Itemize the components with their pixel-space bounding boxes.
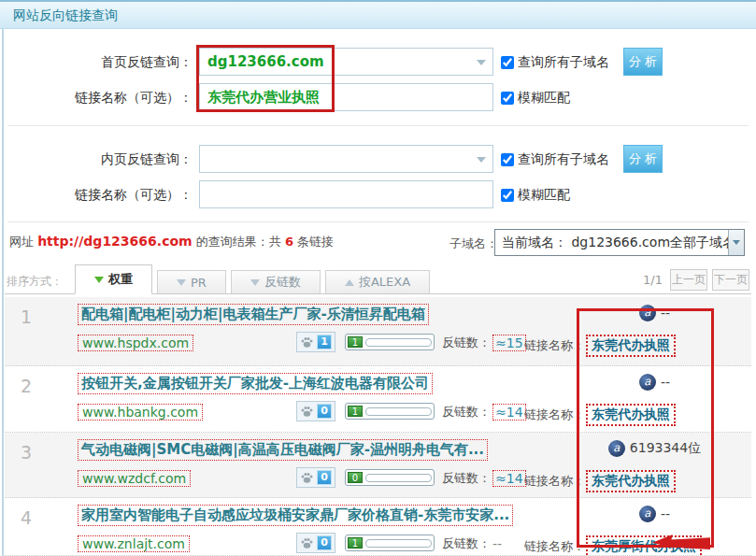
chevron-down-icon[interactable] xyxy=(477,60,486,65)
result-summary-middle: 的查询结果：共 xyxy=(193,235,285,249)
home-backlink-query-value: dg123666.com xyxy=(200,49,492,75)
backlink-count: 反链数： ≈14 xyxy=(442,470,526,487)
row-index: 4 xyxy=(21,507,32,528)
sort-tab-alexa[interactable]: 按ALEXA xyxy=(325,270,430,294)
alexa-rank: a -- xyxy=(592,506,718,522)
prev-page-button[interactable]: 上一页 xyxy=(670,269,707,291)
pr-value-chip: 1 xyxy=(348,406,363,417)
subdomain-selected-value: 当前域名： dg123666.com全部子域名 xyxy=(502,235,735,249)
row-metrics: 0 1 xyxy=(296,533,435,553)
subdomain-select[interactable]: 当前域名： dg123666.com全部子域名 xyxy=(494,229,745,256)
link-name-value: 东莞代办执照 xyxy=(586,404,676,426)
next-page-button[interactable]: 下一页 xyxy=(712,269,749,291)
chevron-down-icon[interactable] xyxy=(477,157,486,163)
backlink-count-value: ≈14 xyxy=(492,470,526,487)
link-name: 链接名称： 东莞代办执照 xyxy=(524,470,676,492)
backlink-count-value: -- xyxy=(492,536,502,551)
subdomain-checkbox-2-label: 查询所有子域名 xyxy=(518,151,609,168)
home-backlink-query-combobox[interactable]: dg123666.com xyxy=(199,48,493,76)
result-title-link[interactable]: 按钮开关,金属按钮开关厂家批发-上海红波电器有限公司 xyxy=(78,373,433,394)
paw-icon xyxy=(300,335,314,349)
backlink-count-label: 反链数： xyxy=(442,404,491,421)
fuzzy-checkbox-1-label: 模糊匹配 xyxy=(518,90,570,107)
result-url-link[interactable]: www.znlajt.com xyxy=(78,535,190,552)
alexa-icon: a xyxy=(639,374,656,391)
result-url-link[interactable]: www.wzdcf.com xyxy=(78,470,191,487)
sort-tabs: 权重 PR 反链数 按ALEXA xyxy=(75,264,435,294)
table-row: 4 家用室内智能电子自动感应垃圾桶安家鼎厂家价格直销-东莞市安家... www.… xyxy=(5,498,751,556)
subdomain-checkbox-1-input[interactable] xyxy=(501,56,514,69)
link-name-label: 链接名称： xyxy=(524,337,585,354)
sort-tab-pr[interactable]: PR xyxy=(157,270,226,294)
fuzzy-checkbox-2-input[interactable] xyxy=(501,189,514,202)
result-title-link[interactable]: 家用室内智能电子自动感应垃圾桶安家鼎厂家价格直销-东莞市安家... xyxy=(78,505,513,526)
left-border-line xyxy=(2,29,4,556)
inner-backlink-query-label: 内页反链查询： xyxy=(6,151,193,168)
section-divider xyxy=(7,125,749,126)
fuzzy-checkbox-1-input[interactable] xyxy=(501,92,514,105)
link-name-input-1[interactable]: 东莞代办营业执照 xyxy=(199,83,493,111)
alexa-icon: a xyxy=(608,440,625,457)
fuzzy-checkbox-1[interactable]: 模糊匹配 xyxy=(501,90,570,107)
fuzzy-checkbox-2-label: 模糊匹配 xyxy=(518,187,570,204)
alexa-rank: a 6193344位 xyxy=(592,440,718,457)
link-name-value: 东莞代办执照 xyxy=(586,470,676,492)
backlink-count: 反链数： ≈15 xyxy=(442,335,526,351)
link-name: 链接名称： 东莞厚街代办执照 xyxy=(524,535,702,556)
chevron-down-icon[interactable] xyxy=(728,230,744,255)
link-name-label: 链接名称： xyxy=(524,473,585,490)
row-metrics: 0 1 xyxy=(296,401,435,421)
arrow-up-icon xyxy=(345,279,354,286)
table-row: 1 配电箱|配电柜|动力柜|电表箱生产厂家-乐清恒昇配电箱 www.hspdx.… xyxy=(5,297,751,366)
subdomain-checkbox-1[interactable]: 查询所有子域名 xyxy=(501,54,609,71)
analyze-button-1[interactable]: 分 析 xyxy=(623,48,663,76)
sort-bar: 排序方式： 权重 PR 反链数 按ALEXA 1/1 上一页 下一页 xyxy=(5,264,751,294)
baidu-weight-badge: 0 xyxy=(317,470,332,485)
alexa-icon: a xyxy=(639,506,656,522)
backlink-count: 反链数： ≈14 xyxy=(442,404,526,421)
pr-groove xyxy=(365,338,432,347)
baidu-weight-indicator: 0 xyxy=(296,401,335,421)
alexa-rank-value: -- xyxy=(661,306,670,321)
pr-groove xyxy=(365,539,432,548)
analyze-button-2[interactable]: 分 析 xyxy=(623,145,663,173)
sort-label: 排序方式： xyxy=(7,274,63,290)
table-row: 2 按钮开关,金属按钮开关厂家批发-上海红波电器有限公司 www.hbankg.… xyxy=(5,366,751,433)
result-summary-suffix: 条链接 xyxy=(293,235,334,249)
section-divider xyxy=(7,221,749,222)
result-url-link[interactable]: www.hspdx.com xyxy=(78,335,193,351)
backlink-count-value: ≈15 xyxy=(492,335,526,351)
subdomain-checkbox-2[interactable]: 查询所有子域名 xyxy=(501,151,609,168)
result-url-link[interactable]: www.hbankg.com xyxy=(78,404,203,421)
alexa-rank-value: 6193344位 xyxy=(630,440,701,457)
alexa-rank-value: -- xyxy=(661,506,670,521)
link-name-value-1: 东莞代办营业执照 xyxy=(200,84,492,110)
baidu-weight-badge: 0 xyxy=(317,535,332,550)
pagination: 1/1 上一页 下一页 xyxy=(643,269,749,291)
row-index: 2 xyxy=(21,376,32,396)
result-title-link[interactable]: 配电箱|配电柜|动力柜|电表箱生产厂家-乐清恒昇配电箱 xyxy=(78,304,429,325)
subdomain-checkbox-1-label: 查询所有子域名 xyxy=(518,54,609,71)
alexa-icon: a xyxy=(639,305,656,321)
pr-bar: 0 xyxy=(345,469,435,486)
sort-tab-weight[interactable]: 权重 xyxy=(75,264,152,294)
sort-tab-weight-label: 权重 xyxy=(108,271,133,288)
arrow-down-icon xyxy=(94,277,104,283)
row-metrics: 1 1 xyxy=(296,332,435,352)
backlink-count-value: ≈14 xyxy=(492,404,526,421)
backlink-count-label: 反链数： xyxy=(442,335,491,351)
pr-groove xyxy=(365,474,432,482)
fuzzy-checkbox-2[interactable]: 模糊匹配 xyxy=(501,187,570,204)
row-index: 3 xyxy=(21,442,32,463)
subdomain-checkbox-2-input[interactable] xyxy=(501,153,514,166)
link-name-input-2[interactable] xyxy=(199,180,493,208)
pr-value-chip: 1 xyxy=(348,537,363,549)
sort-tab-backlinks[interactable]: 反链数 xyxy=(231,270,321,294)
table-row: 3 气动电磁阀|SMC电磁阀|高温高压电磁阀厂家-温州明舟电气有... www.… xyxy=(5,433,751,498)
result-title-link[interactable]: 气动电磁阀|SMC电磁阀|高温高压电磁阀厂家-温州明舟电气有... xyxy=(78,439,488,461)
results-list: 1 配电箱|配电柜|动力柜|电表箱生产厂家-乐清恒昇配电箱 www.hspdx.… xyxy=(5,297,751,556)
inner-backlink-query-combobox[interactable] xyxy=(199,145,493,173)
baidu-weight-indicator: 1 xyxy=(296,332,335,352)
row-index: 1 xyxy=(21,307,32,327)
backlink-count-label: 反链数： xyxy=(442,470,491,487)
